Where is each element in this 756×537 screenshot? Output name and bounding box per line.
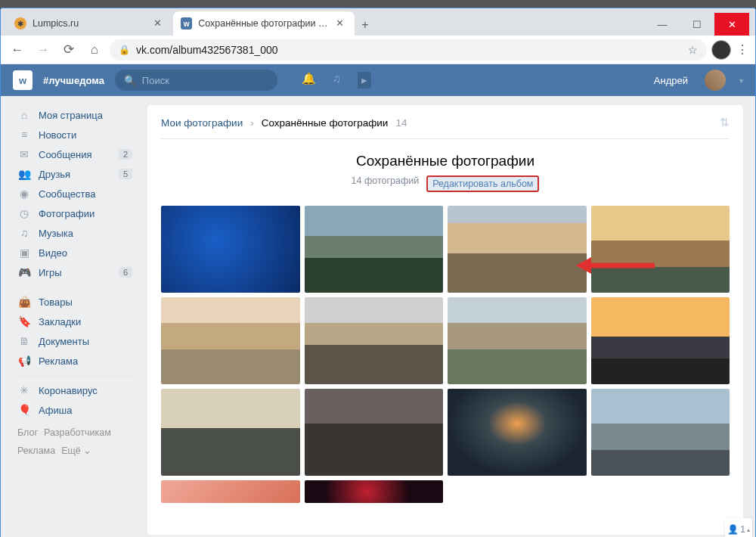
vk-logo[interactable]: w [13,70,33,90]
chevron-down-icon[interactable]: ▾ [739,76,743,85]
sidebar-item-label: Фотографии [39,208,94,219]
sidebar-item-label: Документы [39,336,89,347]
sidebar-item-market[interactable]: 👜Товары [13,292,137,312]
photo-thumb[interactable] [161,297,300,384]
sort-icon[interactable]: ⇅ [720,116,730,129]
badge: 6 [119,267,132,278]
photo-thumb[interactable] [448,297,587,384]
tab-title: Lumpics.ru [33,18,79,29]
sidebar-item-communities[interactable]: ◉Сообщества [13,184,137,203]
search-input[interactable]: 🔍 Поиск [115,70,277,91]
photo-thumb[interactable] [305,389,444,476]
close-icon[interactable]: ✕ [153,17,166,29]
sidebar-item-events[interactable]: 🎈Афиша [13,400,137,420]
lock-icon: 🔒 [119,45,130,55]
document-icon: 🗎 [17,335,31,347]
photo-thumb[interactable] [161,206,300,293]
online-users-button[interactable]: 👤 1 ▴ [725,518,752,537]
home-icon: ⌂ [17,109,31,121]
tab-title: Сохранённые фотографии – 14 [198,18,330,29]
url-input[interactable]: 🔒 vk.com/album432567381_000 ☆ [110,39,707,61]
play-icon[interactable]: ▸ [358,72,371,88]
photo-thumb[interactable] [305,206,444,293]
close-window-button[interactable]: ✕ [714,13,749,36]
sidebar-item-label: Игры [39,267,62,278]
search-placeholder: Поиск [142,75,169,86]
sidebar-item-label: Афиша [39,405,72,416]
bell-icon[interactable]: 🔔 [302,72,316,88]
balloon-icon: 🎈 [17,404,31,416]
sidebar-item-label: Закладки [39,316,81,327]
profile-avatar[interactable] [711,40,731,60]
sidebar-item-video[interactable]: ▣Видео [13,243,137,262]
sidebar-item-photos[interactable]: ◷Фотографии [13,203,137,223]
photo-thumb[interactable] [161,480,300,503]
close-icon[interactable]: ✕ [336,17,347,29]
back-button[interactable]: ← [7,39,28,61]
home-button[interactable]: ⌂ [84,39,105,61]
music-icon[interactable]: ♫ [333,72,341,88]
new-tab-button[interactable]: + [355,14,376,36]
breadcrumb-count: 14 [395,117,407,129]
reload-button[interactable]: ⟳ [58,39,79,61]
browser-menu-button[interactable]: ⋮ [736,42,749,57]
photo-grid [161,206,730,503]
bag-icon: 👜 [17,296,31,308]
sidebar-item-label: Новости [39,129,76,141]
sidebar-item-music[interactable]: ♫Музыка [13,223,137,243]
sidebar-item-bookmarks[interactable]: 🔖Закладки [13,312,137,331]
sidebar-item-news[interactable]: ≡Новости [13,125,137,144]
tab-lumpics[interactable]: ✱ Lumpics.ru ✕ [7,11,173,36]
photo-thumb[interactable] [591,297,730,384]
footer-link-more[interactable]: Ещё ⌄ [61,445,91,456]
minimize-button[interactable]: — [645,13,680,36]
bookmark-star-icon[interactable]: ☆ [688,44,698,56]
video-icon: ▣ [17,247,31,259]
vk-tagline[interactable]: #лучшедома [43,75,104,86]
photo-thumb[interactable] [448,206,587,293]
sidebar-item-games[interactable]: 🎮Игры6 [13,262,137,282]
photo-thumb[interactable] [448,389,587,476]
sidebar-item-ads[interactable]: 📢Реклама [13,351,137,371]
sidebar-item-corona[interactable]: ✳Коронавирус [13,380,137,400]
breadcrumb-current: Сохранённые фотографии [262,117,389,129]
sidebar-item-docs[interactable]: 🗎Документы [13,331,137,351]
photo-thumb[interactable] [161,389,300,476]
photo-thumb[interactable] [591,206,730,293]
badge: 2 [119,149,132,160]
bookmark-icon: 🔖 [17,315,31,327]
friends-icon: 👥 [17,168,31,180]
photo-thumb[interactable] [591,389,730,476]
forward-button[interactable]: → [33,39,54,61]
sidebar-item-label: Моя страница [39,110,103,121]
sidebar-item-my-page[interactable]: ⌂Моя страница [13,105,137,125]
sidebar-item-friends[interactable]: 👥Друзья5 [13,164,137,184]
photo-thumb[interactable] [305,480,444,503]
search-icon: 🔍 [124,75,136,86]
person-icon: 👤 [727,524,739,535]
edit-album-link[interactable]: Редактировать альбом [426,175,539,192]
page-content: w #лучшедома 🔍 Поиск 🔔 ♫ ▸ Андрей ▾ ⌂Моя… [1,64,755,537]
photo-thumb[interactable] [305,297,444,384]
maximize-button[interactable]: ☐ [680,13,714,36]
footer-link-blog[interactable]: Блог [17,427,38,438]
sidebar: ⌂Моя страница ≡Новости ✉Сообщения2 👥Друз… [13,105,137,535]
sidebar-item-label: Сообщения [39,149,92,160]
breadcrumb: Мои фотографии › Сохранённые фотографии … [161,116,730,139]
sidebar-item-label: Сообщества [39,188,96,200]
breadcrumb-root[interactable]: Мои фотографии [161,117,243,129]
footer-link-dev[interactable]: Разработчикам [44,427,111,438]
megaphone-icon: 📢 [17,355,31,367]
address-bar: ← → ⟳ ⌂ 🔒 vk.com/album432567381_000 ☆ ⋮ [1,36,755,64]
user-avatar[interactable] [705,70,726,91]
user-name[interactable]: Андрей [654,75,688,86]
sidebar-item-label: Видео [39,247,67,259]
album-subtitle: 14 фотографий Редактировать альбом [161,175,730,192]
sidebar-item-messages[interactable]: ✉Сообщения2 [13,144,137,164]
footer-link-ads[interactable]: Реклама [17,445,55,456]
footer-links: БлогРазработчикам РекламаЕщё ⌄ [13,420,137,465]
divider [13,375,137,376]
divider [13,287,137,287]
music-icon: ♫ [17,227,31,239]
tab-vk-photos[interactable]: w Сохранённые фотографии – 14 ✕ [173,11,355,36]
